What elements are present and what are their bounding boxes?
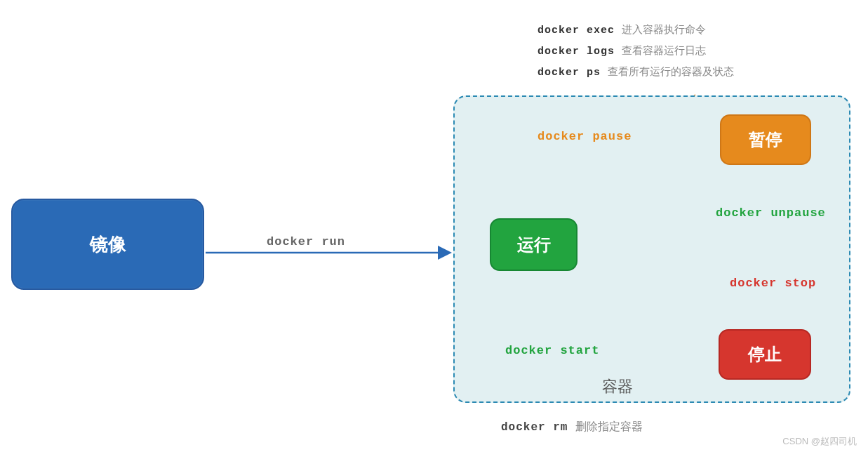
state-pause: 暂停 xyxy=(720,114,811,165)
label-pause: docker pause xyxy=(538,130,632,143)
cmd-ps: docker ps 查看所有运行的容器及状态 xyxy=(538,62,734,83)
docker-commands-list: docker exec 进入容器执行命令 docker logs 查看容器运行日… xyxy=(538,20,734,83)
cmd-rm-desc: 删除指定容器 xyxy=(575,420,643,432)
run-arrow-label: docker run xyxy=(267,235,345,248)
image-node-label: 镜像 xyxy=(90,232,126,257)
state-stop: 停止 xyxy=(719,329,811,380)
label-unpause: docker unpause xyxy=(716,206,826,220)
state-run: 运行 xyxy=(490,218,577,271)
cmd-logs: docker logs 查看容器运行日志 xyxy=(538,41,734,62)
watermark: CSDN @赵四司机 xyxy=(782,435,857,448)
cmd-ps-name: docker ps xyxy=(538,67,601,79)
label-start: docker start xyxy=(505,344,599,357)
cmd-ps-desc: 查看所有运行的容器及状态 xyxy=(608,65,734,77)
cmd-rm-name: docker rm xyxy=(501,421,568,434)
label-stop: docker stop xyxy=(730,277,816,290)
cmd-exec-desc: 进入容器执行命令 xyxy=(622,23,706,35)
cmd-rm: docker rm 删除指定容器 xyxy=(501,420,643,434)
container-title: 容器 xyxy=(602,376,633,397)
image-node: 镜像 xyxy=(11,199,204,290)
state-stop-label: 停止 xyxy=(748,343,782,366)
cmd-logs-name: docker logs xyxy=(538,46,615,58)
cmd-logs-desc: 查看容器运行日志 xyxy=(622,44,706,56)
state-run-label: 运行 xyxy=(517,234,551,256)
cmd-exec: docker exec 进入容器执行命令 xyxy=(538,20,734,41)
cmd-exec-name: docker exec xyxy=(538,25,615,36)
state-pause-label: 暂停 xyxy=(749,128,782,151)
